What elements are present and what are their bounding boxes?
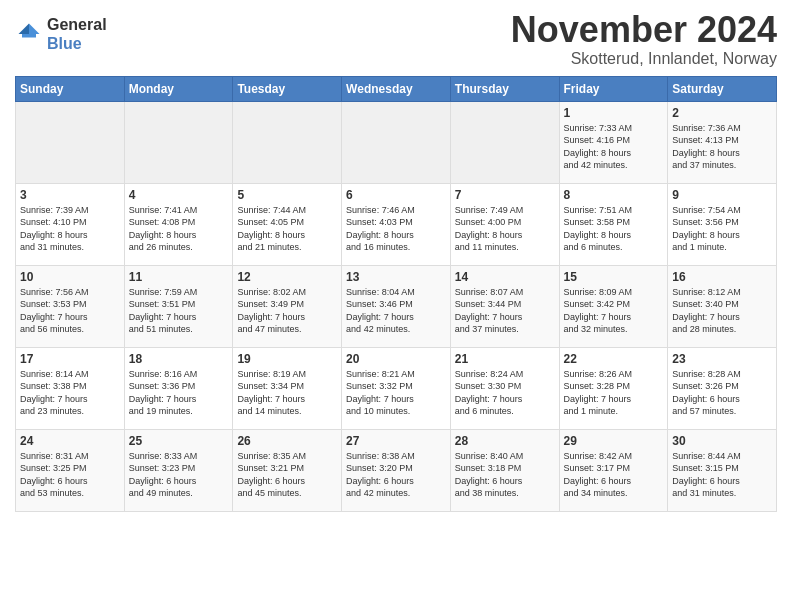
- day-info: Sunrise: 8:31 AM Sunset: 3:25 PM Dayligh…: [20, 450, 120, 500]
- day-info: Sunrise: 8:28 AM Sunset: 3:26 PM Dayligh…: [672, 368, 772, 418]
- day-info: Sunrise: 8:33 AM Sunset: 3:23 PM Dayligh…: [129, 450, 229, 500]
- day-number: 19: [237, 352, 337, 366]
- header-cell-thursday: Thursday: [450, 76, 559, 101]
- day-cell: 25Sunrise: 8:33 AM Sunset: 3:23 PM Dayli…: [124, 429, 233, 511]
- logo: General Blue: [15, 15, 107, 53]
- day-number: 9: [672, 188, 772, 202]
- day-cell: 4Sunrise: 7:41 AM Sunset: 4:08 PM Daylig…: [124, 183, 233, 265]
- day-cell: 7Sunrise: 7:49 AM Sunset: 4:00 PM Daylig…: [450, 183, 559, 265]
- week-row-1: 1Sunrise: 7:33 AM Sunset: 4:16 PM Daylig…: [16, 101, 777, 183]
- day-info: Sunrise: 7:54 AM Sunset: 3:56 PM Dayligh…: [672, 204, 772, 254]
- week-row-5: 24Sunrise: 8:31 AM Sunset: 3:25 PM Dayli…: [16, 429, 777, 511]
- svg-rect-2: [22, 34, 36, 38]
- day-number: 3: [20, 188, 120, 202]
- day-number: 13: [346, 270, 446, 284]
- day-number: 12: [237, 270, 337, 284]
- day-cell: 30Sunrise: 8:44 AM Sunset: 3:15 PM Dayli…: [668, 429, 777, 511]
- day-info: Sunrise: 7:39 AM Sunset: 4:10 PM Dayligh…: [20, 204, 120, 254]
- day-number: 7: [455, 188, 555, 202]
- day-info: Sunrise: 8:38 AM Sunset: 3:20 PM Dayligh…: [346, 450, 446, 500]
- day-number: 26: [237, 434, 337, 448]
- day-number: 1: [564, 106, 664, 120]
- day-cell: 28Sunrise: 8:40 AM Sunset: 3:18 PM Dayli…: [450, 429, 559, 511]
- day-cell: 13Sunrise: 8:04 AM Sunset: 3:46 PM Dayli…: [342, 265, 451, 347]
- day-cell: 22Sunrise: 8:26 AM Sunset: 3:28 PM Dayli…: [559, 347, 668, 429]
- day-cell: 16Sunrise: 8:12 AM Sunset: 3:40 PM Dayli…: [668, 265, 777, 347]
- day-number: 24: [20, 434, 120, 448]
- day-info: Sunrise: 7:51 AM Sunset: 3:58 PM Dayligh…: [564, 204, 664, 254]
- day-cell: [16, 101, 125, 183]
- day-cell: [233, 101, 342, 183]
- day-cell: 12Sunrise: 8:02 AM Sunset: 3:49 PM Dayli…: [233, 265, 342, 347]
- day-number: 6: [346, 188, 446, 202]
- day-number: 11: [129, 270, 229, 284]
- month-title: November 2024: [511, 10, 777, 50]
- header-cell-wednesday: Wednesday: [342, 76, 451, 101]
- day-cell: 15Sunrise: 8:09 AM Sunset: 3:42 PM Dayli…: [559, 265, 668, 347]
- day-info: Sunrise: 7:41 AM Sunset: 4:08 PM Dayligh…: [129, 204, 229, 254]
- day-info: Sunrise: 7:46 AM Sunset: 4:03 PM Dayligh…: [346, 204, 446, 254]
- week-row-3: 10Sunrise: 7:56 AM Sunset: 3:53 PM Dayli…: [16, 265, 777, 347]
- day-number: 18: [129, 352, 229, 366]
- day-number: 22: [564, 352, 664, 366]
- day-info: Sunrise: 8:24 AM Sunset: 3:30 PM Dayligh…: [455, 368, 555, 418]
- day-number: 27: [346, 434, 446, 448]
- day-cell: 21Sunrise: 8:24 AM Sunset: 3:30 PM Dayli…: [450, 347, 559, 429]
- day-info: Sunrise: 8:44 AM Sunset: 3:15 PM Dayligh…: [672, 450, 772, 500]
- day-info: Sunrise: 8:07 AM Sunset: 3:44 PM Dayligh…: [455, 286, 555, 336]
- day-cell: 29Sunrise: 8:42 AM Sunset: 3:17 PM Dayli…: [559, 429, 668, 511]
- day-number: 16: [672, 270, 772, 284]
- day-info: Sunrise: 7:59 AM Sunset: 3:51 PM Dayligh…: [129, 286, 229, 336]
- logo-text: General Blue: [47, 15, 107, 53]
- title-block: November 2024 Skotterud, Innlandet, Norw…: [511, 10, 777, 68]
- day-number: 17: [20, 352, 120, 366]
- day-number: 25: [129, 434, 229, 448]
- day-cell: 6Sunrise: 7:46 AM Sunset: 4:03 PM Daylig…: [342, 183, 451, 265]
- day-info: Sunrise: 7:44 AM Sunset: 4:05 PM Dayligh…: [237, 204, 337, 254]
- day-cell: [124, 101, 233, 183]
- day-cell: 23Sunrise: 8:28 AM Sunset: 3:26 PM Dayli…: [668, 347, 777, 429]
- day-info: Sunrise: 8:14 AM Sunset: 3:38 PM Dayligh…: [20, 368, 120, 418]
- day-cell: 11Sunrise: 7:59 AM Sunset: 3:51 PM Dayli…: [124, 265, 233, 347]
- day-cell: 19Sunrise: 8:19 AM Sunset: 3:34 PM Dayli…: [233, 347, 342, 429]
- day-number: 10: [20, 270, 120, 284]
- week-row-4: 17Sunrise: 8:14 AM Sunset: 3:38 PM Dayli…: [16, 347, 777, 429]
- header-cell-saturday: Saturday: [668, 76, 777, 101]
- day-number: 20: [346, 352, 446, 366]
- day-cell: 9Sunrise: 7:54 AM Sunset: 3:56 PM Daylig…: [668, 183, 777, 265]
- day-number: 29: [564, 434, 664, 448]
- header-cell-sunday: Sunday: [16, 76, 125, 101]
- day-cell: 24Sunrise: 8:31 AM Sunset: 3:25 PM Dayli…: [16, 429, 125, 511]
- header-cell-monday: Monday: [124, 76, 233, 101]
- day-cell: 14Sunrise: 8:07 AM Sunset: 3:44 PM Dayli…: [450, 265, 559, 347]
- day-number: 4: [129, 188, 229, 202]
- svg-marker-0: [29, 24, 40, 35]
- day-cell: 27Sunrise: 8:38 AM Sunset: 3:20 PM Dayli…: [342, 429, 451, 511]
- svg-marker-1: [19, 24, 30, 35]
- logo-icon: [15, 20, 43, 48]
- day-info: Sunrise: 8:35 AM Sunset: 3:21 PM Dayligh…: [237, 450, 337, 500]
- day-cell: 10Sunrise: 7:56 AM Sunset: 3:53 PM Dayli…: [16, 265, 125, 347]
- day-number: 28: [455, 434, 555, 448]
- day-number: 14: [455, 270, 555, 284]
- day-cell: 5Sunrise: 7:44 AM Sunset: 4:05 PM Daylig…: [233, 183, 342, 265]
- calendar-table: SundayMondayTuesdayWednesdayThursdayFrid…: [15, 76, 777, 512]
- day-cell: 3Sunrise: 7:39 AM Sunset: 4:10 PM Daylig…: [16, 183, 125, 265]
- day-number: 8: [564, 188, 664, 202]
- day-info: Sunrise: 8:21 AM Sunset: 3:32 PM Dayligh…: [346, 368, 446, 418]
- day-cell: [342, 101, 451, 183]
- day-info: Sunrise: 7:33 AM Sunset: 4:16 PM Dayligh…: [564, 122, 664, 172]
- day-cell: 2Sunrise: 7:36 AM Sunset: 4:13 PM Daylig…: [668, 101, 777, 183]
- header: General Blue November 2024 Skotterud, In…: [15, 10, 777, 68]
- day-number: 30: [672, 434, 772, 448]
- day-info: Sunrise: 8:02 AM Sunset: 3:49 PM Dayligh…: [237, 286, 337, 336]
- day-cell: 1Sunrise: 7:33 AM Sunset: 4:16 PM Daylig…: [559, 101, 668, 183]
- day-cell: 20Sunrise: 8:21 AM Sunset: 3:32 PM Dayli…: [342, 347, 451, 429]
- day-info: Sunrise: 8:19 AM Sunset: 3:34 PM Dayligh…: [237, 368, 337, 418]
- day-info: Sunrise: 7:56 AM Sunset: 3:53 PM Dayligh…: [20, 286, 120, 336]
- header-cell-tuesday: Tuesday: [233, 76, 342, 101]
- day-cell: 8Sunrise: 7:51 AM Sunset: 3:58 PM Daylig…: [559, 183, 668, 265]
- day-info: Sunrise: 7:36 AM Sunset: 4:13 PM Dayligh…: [672, 122, 772, 172]
- week-row-2: 3Sunrise: 7:39 AM Sunset: 4:10 PM Daylig…: [16, 183, 777, 265]
- day-info: Sunrise: 8:04 AM Sunset: 3:46 PM Dayligh…: [346, 286, 446, 336]
